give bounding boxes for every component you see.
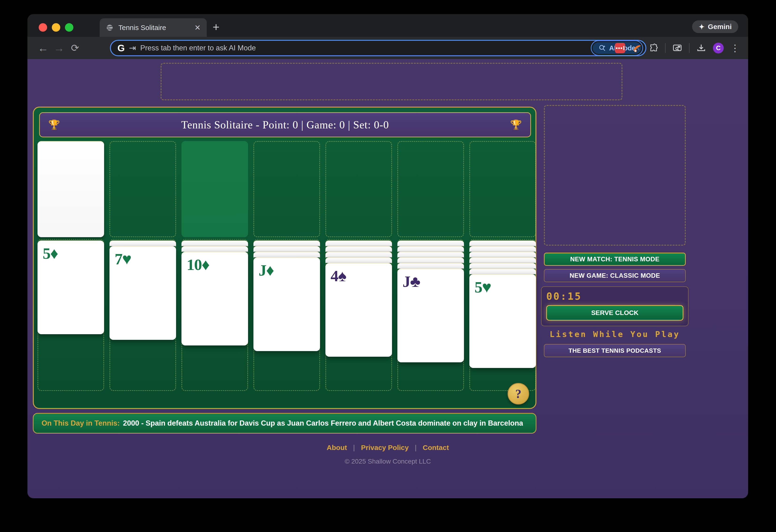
foundation-slot[interactable] [110, 141, 176, 237]
game-board: 🏆 Tennis Solitaire - Point: 0 | Game: 0 … [33, 107, 536, 409]
facedown-card [253, 252, 320, 257]
footer-link-about[interactable]: About [327, 444, 347, 451]
facedown-card [397, 246, 464, 252]
new-tab-button[interactable]: + [213, 21, 219, 33]
gemini-button[interactable]: ✦ Gemini [692, 20, 738, 33]
foundation-slot[interactable] [181, 141, 248, 237]
facedown-card [469, 263, 536, 269]
card-5♥[interactable]: 5♥ [469, 274, 536, 368]
foundation-slot[interactable] [253, 141, 320, 237]
facedown-card [469, 269, 536, 274]
globe-favicon-icon [106, 24, 114, 32]
ai-mode-search-icon [598, 44, 606, 52]
browser-tab[interactable]: Tennis Solitaire ✕ [100, 18, 207, 37]
trophy-icon: 🏆 [510, 119, 522, 130]
new-match-button[interactable]: NEW MATCH: TENNIS MODE [544, 253, 686, 266]
card-rank-label: 10♦ [187, 256, 209, 273]
card-rank-label: J♣ [403, 273, 420, 290]
foundation-slot[interactable] [397, 141, 464, 237]
banner-text: 2000 - Spain defeats Australia for Davis… [123, 419, 523, 428]
minimize-window-button[interactable] [52, 23, 60, 32]
help-button[interactable]: ? [508, 383, 529, 405]
listen-title: Listen While You Play [544, 329, 686, 339]
toolbar-separator [689, 43, 690, 53]
facedown-card [253, 240, 320, 246]
scoreboard: 🏆 Tennis Solitaire - Point: 0 | Game: 0 … [39, 112, 531, 137]
gemini-star-icon: ✦ [699, 23, 705, 31]
facedown-card [326, 252, 392, 257]
banner-label: On This Day in Tennis: [41, 419, 120, 428]
facedown-card [397, 252, 464, 257]
password-extension-icon[interactable] [615, 43, 625, 53]
orange-extension-icon[interactable] [632, 43, 642, 53]
serve-clock-timer: 00:15 [546, 291, 582, 302]
puzzle-extension-icon[interactable] [649, 43, 658, 53]
facedown-card [397, 263, 464, 269]
card-J♦[interactable]: J♦ [253, 257, 320, 351]
footer-separator: | [353, 444, 355, 451]
screen-search-icon[interactable] [672, 43, 683, 53]
card-rank-label: 5♦ [43, 244, 58, 262]
back-button[interactable]: ← [35, 37, 51, 59]
podcasts-button[interactable]: THE BEST TENNIS PODCASTS [544, 344, 686, 357]
facedown-card [469, 252, 536, 257]
score-title: Tennis Solitaire - Point: 0 | Game: 0 | … [60, 118, 510, 131]
url-placeholder: Press tab then enter to ask AI Mode [140, 44, 587, 52]
ad-placeholder-sidebar [544, 105, 686, 246]
forward-button[interactable]: → [51, 37, 67, 59]
stock-card-back[interactable] [37, 141, 104, 237]
copyright: © 2025 Shallow Concept LLC [27, 458, 748, 465]
card-rank-label: 4♠ [331, 267, 346, 285]
page-content: 🏆 Tennis Solitaire - Point: 0 | Game: 0 … [27, 59, 748, 498]
google-logo-icon: G [118, 43, 125, 53]
reload-button[interactable]: ⟳ [67, 37, 83, 59]
footer-link-contact[interactable]: Contact [423, 444, 449, 451]
facedown-card [326, 246, 392, 252]
url-bar[interactable]: G ⇥ Press tab then enter to ask AI Mode … [110, 40, 646, 56]
browser-menu-icon[interactable]: ⋮ [730, 43, 740, 53]
card-rank-label: 7♥ [115, 250, 131, 268]
trophy-icon: 🏆 [48, 119, 60, 130]
facedown-card [469, 246, 536, 252]
footer-link-privacy-policy[interactable]: Privacy Policy [361, 444, 409, 451]
browser-window: Tennis Solitaire ✕ + ✦ Gemini ← → ⟳ G ⇥ … [27, 14, 748, 498]
browser-toolbar: ← → ⟳ G ⇥ Press tab then enter to ask AI… [27, 37, 748, 59]
close-tab-icon[interactable]: ✕ [194, 23, 201, 32]
on-this-day-banner: On This Day in Tennis: 2000 - Spain defe… [33, 413, 536, 434]
card-J♣[interactable]: J♣ [397, 269, 464, 362]
tab-strip: Tennis Solitaire ✕ + ✦ Gemini [27, 14, 748, 37]
tab-title: Tennis Solitaire [119, 24, 190, 32]
facedown-card [469, 257, 536, 263]
close-window-button[interactable] [39, 23, 47, 32]
facedown-card [397, 240, 464, 246]
tab-key-icon: ⇥ [129, 43, 136, 53]
footer-separator: | [415, 444, 417, 451]
card-4♠[interactable]: 4♠ [326, 263, 392, 357]
facedown-card [110, 240, 176, 246]
ad-placeholder-top [161, 63, 622, 100]
footer-links: About|Privacy Policy|Contact [27, 444, 748, 452]
card-7♥[interactable]: 7♥ [110, 246, 176, 340]
card-5♦[interactable]: 5♦ [37, 240, 104, 334]
facedown-card [469, 240, 536, 246]
extensions-row: C ⋮ [615, 40, 740, 56]
new-game-button[interactable]: NEW GAME: CLASSIC MODE [544, 269, 686, 282]
card-10♦[interactable]: 10♦ [181, 252, 248, 345]
facedown-card [326, 240, 392, 246]
facedown-card [181, 240, 248, 246]
facedown-card [181, 246, 248, 252]
facedown-card [397, 257, 464, 263]
serve-clock-button[interactable]: SERVE CLOCK [546, 305, 684, 321]
card-rank-label: 5♥ [474, 278, 491, 296]
card-rank-label: J♦ [258, 261, 274, 279]
gemini-label: Gemini [708, 23, 732, 31]
maximize-window-button[interactable] [65, 23, 73, 32]
foundation-slot[interactable] [326, 141, 392, 237]
foundation-slot[interactable] [469, 141, 536, 237]
facedown-card [326, 257, 392, 263]
profile-avatar[interactable]: C [713, 43, 724, 53]
download-icon[interactable] [696, 43, 706, 53]
toolbar-separator [665, 43, 665, 53]
facedown-card [253, 246, 320, 252]
